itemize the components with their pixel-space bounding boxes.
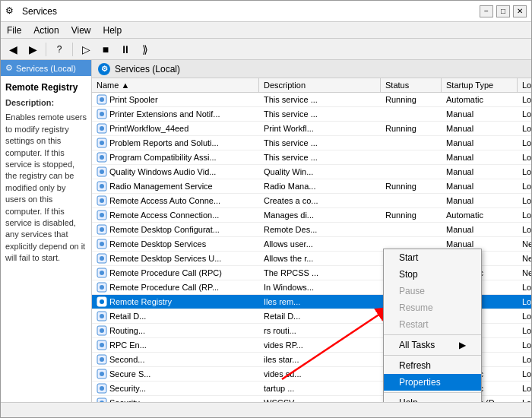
cell-description: The RPCSS ... xyxy=(259,266,381,280)
description-label: Description: xyxy=(5,97,87,109)
menu-file[interactable]: File xyxy=(1,24,27,37)
ctx-refresh[interactable]: Refresh xyxy=(384,357,481,374)
table-row[interactable]: Remote Desktop Configurat... Remote Des.… xyxy=(92,223,531,237)
sidebar-content: Remote Registry Description: Enables rem… xyxy=(1,76,91,270)
table-row[interactable]: Remote Access Auto Conne... Creates a co… xyxy=(92,194,531,208)
cell-log: Loc xyxy=(518,122,531,135)
table-row[interactable]: Radio Management Service Radio Mana... R… xyxy=(92,179,531,194)
cell-status: Running xyxy=(381,179,442,193)
col-log[interactable]: Log xyxy=(518,78,531,92)
cell-startup: Manual xyxy=(442,194,518,207)
table-row[interactable]: Remote Access Connection... Manages di..… xyxy=(92,208,531,223)
cell-log: Loc xyxy=(518,280,531,294)
cell-description: tartup ... xyxy=(259,382,381,395)
window-title: Services xyxy=(22,6,480,17)
ctx-all-tasks[interactable]: All Tasks ▶ xyxy=(384,337,481,353)
svg-point-17 xyxy=(100,213,104,217)
sidebar: ⚙ Services (Local) Remote Registry Descr… xyxy=(1,60,92,402)
table-header: Name ▲ Description Status Startup Type L… xyxy=(92,78,531,93)
table-row[interactable]: PrintWorkflow_44eed Print Workfl... Runn… xyxy=(92,122,531,136)
panel-title: Services (Local) xyxy=(115,64,180,74)
cell-description: Print Workfl... xyxy=(259,122,381,135)
back-button[interactable]: ◀ xyxy=(4,41,22,58)
forward-button[interactable]: ▶ xyxy=(24,41,42,58)
ctx-pause[interactable]: Pause xyxy=(384,283,481,299)
svg-point-9 xyxy=(100,155,104,160)
col-name[interactable]: Name ▲ xyxy=(92,78,259,92)
svg-point-33 xyxy=(100,328,104,333)
cell-log: Loc xyxy=(518,223,531,236)
toolbar-separator-1 xyxy=(46,43,46,56)
cell-description: rs routi... xyxy=(259,324,381,337)
cell-log: Loc xyxy=(518,396,531,402)
table-row[interactable]: Problem Reports and Soluti... This servi… xyxy=(92,136,531,150)
ctx-start[interactable]: Start xyxy=(384,249,481,266)
svg-point-29 xyxy=(100,299,104,304)
ctx-restart[interactable]: Restart xyxy=(384,316,481,333)
ctx-stop[interactable]: Stop xyxy=(384,266,481,283)
cell-name: Retail D... xyxy=(92,309,259,323)
col-startup[interactable]: Startup Type xyxy=(442,78,518,92)
ctx-resume[interactable]: Resume xyxy=(384,299,481,316)
col-description[interactable]: Description xyxy=(259,78,381,92)
table-row[interactable]: Printer Extensions and Notif... This ser… xyxy=(92,107,531,122)
table-row[interactable]: Print Spooler This service ... Running A… xyxy=(92,93,531,107)
cell-log: Net xyxy=(518,266,531,280)
cell-log: Loc xyxy=(518,107,531,121)
svg-point-5 xyxy=(100,126,104,131)
cell-name: Remote Access Connection... xyxy=(92,208,259,222)
cell-description: WSCSV... xyxy=(259,396,381,402)
menu-help[interactable]: Help xyxy=(97,24,128,37)
col-status[interactable]: Status xyxy=(381,78,442,92)
menu-view[interactable]: View xyxy=(65,24,97,37)
cell-log: Loc xyxy=(518,165,531,179)
cell-startup: Manual xyxy=(442,165,518,179)
menu-action[interactable]: Action xyxy=(27,24,65,37)
sidebar-icon: ⚙ xyxy=(5,63,13,73)
panel-icon: ⚙ xyxy=(98,63,110,75)
cell-description: vides su... xyxy=(259,367,381,381)
cell-log: Net xyxy=(518,237,531,251)
svg-point-41 xyxy=(100,386,104,391)
cell-startup: Automatic xyxy=(442,208,518,222)
cell-status xyxy=(381,107,442,121)
cell-log: Loc xyxy=(518,324,531,337)
cell-log: Loc xyxy=(518,367,531,381)
svg-point-25 xyxy=(100,271,104,275)
pause-button[interactable]: ⏸ xyxy=(116,41,135,58)
cell-name: Problem Reports and Soluti... xyxy=(92,136,259,150)
cell-description: This service ... xyxy=(259,136,381,150)
submenu-arrow: ▶ xyxy=(459,340,466,350)
cell-description: This service ... xyxy=(259,107,381,121)
svg-point-35 xyxy=(100,343,104,347)
maximize-button[interactable]: □ xyxy=(496,5,510,17)
refresh-button[interactable]: ⟫ xyxy=(136,41,154,58)
cell-description: Iles rem... xyxy=(259,295,381,309)
table-row[interactable]: Quality Windows Audio Vid... Quality Win… xyxy=(92,165,531,179)
sidebar-header: ⚙ Services (Local) xyxy=(1,60,91,76)
svg-point-19 xyxy=(100,227,104,232)
svg-point-21 xyxy=(100,242,104,246)
table-row[interactable]: Program Compatibility Assi... This servi… xyxy=(92,150,531,165)
stop-button[interactable]: ■ xyxy=(97,41,115,58)
cell-description: In Windows... xyxy=(259,280,381,294)
cell-description: Radio Mana... xyxy=(259,179,381,193)
cell-status: Running xyxy=(381,93,442,106)
close-button[interactable]: ✕ xyxy=(513,5,527,17)
cell-description: Remote Des... xyxy=(259,223,381,236)
cell-name: Secure S... xyxy=(92,367,259,381)
status-bar xyxy=(1,402,531,417)
help-button[interactable]: ? xyxy=(50,41,68,58)
svg-point-27 xyxy=(100,285,104,290)
cell-status xyxy=(381,223,442,236)
play-button[interactable]: ▷ xyxy=(77,41,95,58)
cell-log: Net xyxy=(518,252,531,265)
context-menu: Start Stop Pause Resume Restart All Task… xyxy=(383,249,482,402)
ctx-help[interactable]: Help xyxy=(384,394,481,402)
cell-name: Quality Windows Audio Vid... xyxy=(92,165,259,179)
cell-startup: Manual xyxy=(442,223,518,236)
ctx-properties[interactable]: Properties xyxy=(384,374,481,391)
cell-name: Routing... xyxy=(92,324,259,337)
minimize-button[interactable]: − xyxy=(480,5,493,17)
svg-point-1 xyxy=(100,97,104,102)
